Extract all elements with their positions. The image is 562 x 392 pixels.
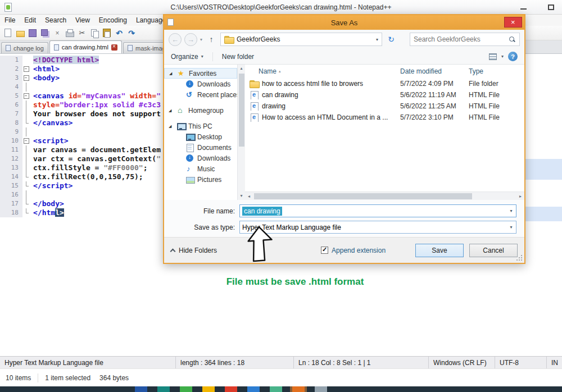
append-extension-option[interactable]: Append extension (321, 247, 386, 254)
scrollbar-thumb[interactable] (239, 74, 244, 147)
scroll-right-icon[interactable] (516, 194, 524, 199)
save-as-type-select[interactable]: Hyper Text Markup Language file (239, 221, 516, 234)
views-dropdown-icon[interactable] (501, 54, 504, 59)
maximize-icon[interactable] (548, 4, 554, 10)
search-box[interactable] (410, 33, 520, 46)
dialog-title-bar[interactable]: Save As (164, 15, 524, 30)
fold-margin (22, 83, 30, 92)
views-icon[interactable] (489, 53, 497, 60)
sidebar-item-music[interactable]: Music (164, 163, 237, 174)
line-number: 5 (0, 92, 22, 101)
fold-margin[interactable] (22, 92, 30, 101)
search-icon[interactable] (509, 36, 516, 43)
scroll-left-icon[interactable] (245, 194, 253, 199)
back-icon[interactable] (169, 33, 182, 46)
fold-margin (22, 172, 30, 181)
sidebar-item-recent-places[interactable]: Recent places (164, 89, 237, 100)
copy-icon[interactable] (89, 28, 99, 38)
undo-icon[interactable] (114, 28, 124, 38)
cut-icon[interactable] (77, 28, 87, 38)
column-header-name[interactable]: Name (250, 67, 400, 75)
sidebar-item-homegroup[interactable]: Homegroup (164, 105, 237, 116)
taskbar-icon[interactable] (180, 386, 192, 392)
hide-folders-button[interactable]: Hide Folders (171, 247, 217, 254)
sidebar-item-documents[interactable]: Documents (164, 142, 237, 153)
menu-item-edit[interactable]: Edit (20, 16, 40, 24)
explorer-item-count: 10 items (6, 374, 31, 382)
vertical-scrollbar[interactable] (237, 65, 245, 200)
sidebar-item-downloads[interactable]: Downloads (164, 153, 237, 163)
fold-margin (22, 190, 30, 199)
close-icon[interactable] (52, 28, 62, 38)
status-eol[interactable]: Windows (CR LF) (428, 357, 495, 368)
taskbar-icon[interactable] (247, 386, 260, 392)
append-extension-checkbox[interactable] (321, 247, 328, 254)
minimize-icon[interactable] (520, 8, 527, 10)
sidebar-item-this-pc[interactable]: This PC (164, 121, 237, 131)
taskbar-icon[interactable] (157, 386, 170, 392)
menu-item-search[interactable]: Search (40, 16, 71, 24)
fold-margin[interactable] (22, 136, 30, 145)
address-dropdown-icon[interactable] (376, 37, 378, 42)
taskbar-icon[interactable] (315, 386, 327, 392)
file-row-drawing[interactable]: drawing5/6/2022 11:25 AMHTML File (245, 101, 524, 112)
menu-item-view[interactable]: View (71, 16, 94, 24)
organize-button[interactable]: Organize (171, 53, 203, 61)
chevron-down-icon[interactable] (506, 205, 516, 217)
open-folder-icon[interactable] (15, 28, 25, 38)
refresh-icon[interactable] (385, 33, 397, 45)
expander-icon[interactable] (169, 124, 174, 129)
expander-icon[interactable] (169, 71, 174, 76)
forward-icon[interactable] (184, 33, 197, 46)
taskbar-icon[interactable] (270, 386, 282, 392)
status-insert-mode[interactable]: IN (546, 357, 562, 368)
history-dropdown-icon[interactable] (200, 37, 202, 42)
sidebar-item-favorites[interactable]: Favorites (164, 68, 237, 79)
fold-margin[interactable] (22, 74, 30, 83)
status-encoding[interactable]: UTF-8 (495, 357, 546, 368)
save-button[interactable]: Save (415, 244, 464, 257)
tab-change-log[interactable]: change log (1, 42, 48, 53)
column-header-date-modified[interactable]: Date modified (400, 67, 469, 75)
file-row-can-drawing[interactable]: can drawing5/6/2022 11:19 AMHTML File (245, 89, 524, 101)
taskbar-icon[interactable] (135, 386, 147, 392)
new-file-icon[interactable] (3, 28, 13, 38)
menu-item-encoding[interactable]: Encoding (94, 16, 132, 24)
tab-can-drawing-html[interactable]: can drawing.html (49, 40, 122, 53)
paste-icon[interactable] (102, 28, 112, 38)
sidebar-item-desktop[interactable]: Desktop (164, 131, 237, 142)
sidebar-item-pictures[interactable]: Pictures (164, 174, 237, 185)
redo-icon[interactable] (126, 28, 137, 38)
new-folder-button[interactable]: New folder (222, 53, 254, 61)
save-all-icon[interactable] (40, 28, 50, 38)
print-icon[interactable] (65, 28, 75, 38)
code-text: </body> (30, 199, 64, 208)
dialog-close-icon[interactable] (504, 17, 522, 28)
taskbar-icon[interactable] (202, 386, 215, 392)
file-name-input[interactable]: can drawing (239, 204, 516, 217)
help-icon[interactable] (508, 52, 518, 61)
chevron-down-icon[interactable] (506, 221, 516, 233)
menu-item-file[interactable]: File (0, 16, 20, 24)
horizontal-scrollbar[interactable] (245, 192, 524, 200)
resize-grip[interactable] (516, 254, 523, 261)
address-bar[interactable]: GeekforGeeks (220, 33, 382, 46)
home-icon (176, 106, 185, 115)
html-icon (250, 90, 259, 99)
sidebar-item-downloads[interactable]: Downloads (164, 79, 237, 89)
close-tab-icon[interactable] (111, 44, 117, 51)
file-row-how-to-access-an-html-document-in-a[interactable]: How to access an HTML Document in a ...5… (245, 112, 524, 123)
scroll-down-icon[interactable] (240, 192, 242, 200)
file-row-how-to-access-html-file-to-browers[interactable]: how to access html file to browers5/7/20… (245, 78, 524, 89)
cancel-button[interactable]: Cancel (469, 244, 518, 257)
column-header-type[interactable]: Type (469, 67, 483, 75)
scroll-up-icon[interactable] (240, 65, 242, 72)
taskbar-icon[interactable] (225, 386, 237, 392)
save-icon[interactable] (28, 28, 38, 38)
up-icon[interactable] (205, 33, 217, 45)
expander-icon[interactable] (169, 108, 174, 113)
fold-margin[interactable] (22, 65, 30, 74)
taskbar-icon[interactable] (292, 386, 305, 392)
search-input[interactable] (414, 35, 509, 43)
scrollbar-thumb[interactable] (254, 193, 472, 199)
